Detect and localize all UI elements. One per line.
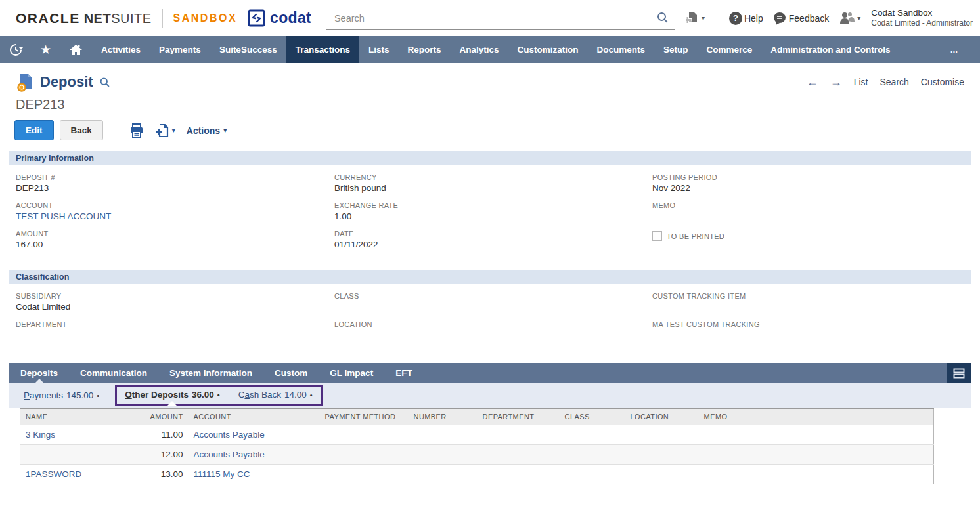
help-label: Help [744, 13, 763, 24]
recent-records-button[interactable] [0, 36, 32, 63]
tab-communication[interactable]: Communication [69, 363, 158, 383]
to-be-printed-checkbox[interactable] [652, 231, 662, 241]
record-tab-bar: Deposits Communication System Informatio… [9, 363, 971, 383]
field-value [652, 211, 964, 222]
column-header-location: LOCATION [625, 408, 699, 425]
codat-wordmark: codat [270, 9, 311, 27]
oracle-netsuite-logo: ORACLE NETSUITE [16, 11, 152, 26]
nav-item-analytics[interactable]: Analytics [450, 36, 508, 63]
cell-department [478, 425, 560, 445]
create-new-menu[interactable]: ▾ [684, 11, 705, 26]
feedback-button[interactable]: Feedback [772, 11, 829, 26]
back-button-top[interactable]: Back [60, 120, 103, 140]
cell-department [478, 445, 560, 465]
global-search-input[interactable] [326, 7, 675, 30]
actions-menu-top[interactable]: Actions ▾ [187, 125, 227, 136]
subtab-payments[interactable]: Payments 145.00 • [17, 390, 106, 400]
field-label: POSTING PERIOD [652, 173, 964, 181]
subtab-other-deposits[interactable]: Other Deposits 36.00 • [125, 390, 219, 400]
edit-button-top[interactable]: Edit [14, 120, 54, 140]
subtab-cash-back[interactable]: Cash Back 14.00 • [238, 390, 313, 400]
tab-gl-impact[interactable]: GL Impact [319, 363, 384, 383]
back-arrow-button[interactable]: ← [807, 75, 818, 89]
deposit-subtab-row: Payments 145.00 • Other Deposits 36.00 •… [9, 383, 971, 408]
tab-eft[interactable]: EFT [384, 363, 424, 383]
field-account: ACCOUNT TEST PUSH ACCOUNT [16, 201, 334, 223]
account-link[interactable]: TEST PUSH ACCOUNT [16, 211, 334, 222]
cell-account-link[interactable]: 111115 My CC [189, 465, 320, 484]
field-label: MEMO [652, 201, 964, 209]
header-divider [162, 9, 163, 28]
forward-arrow-button[interactable]: → [830, 75, 842, 89]
nav-item-administration[interactable]: Administration and Controls [761, 36, 899, 63]
subtab-label: sh Back [250, 390, 281, 400]
shortcuts-button[interactable]: ★ [32, 36, 60, 63]
field-posting-period: POSTING PERIOD Nov 2022 [652, 173, 964, 195]
tab-label: C [275, 368, 281, 378]
column-header-amount: AMOUNT [145, 408, 189, 425]
cell-name [20, 445, 145, 465]
nav-item-customization[interactable]: Customization [508, 36, 588, 63]
home-button[interactable] [60, 36, 92, 63]
bullet-icon: • [97, 392, 99, 400]
nav-item-lists[interactable]: Lists [359, 36, 399, 63]
annotation-highlight-box: Other Deposits 36.00 • Cash Back 14.00 • [115, 385, 322, 406]
title-row: Deposit ← → List Search Customise [0, 63, 980, 92]
cell-amount: 13.00 [145, 465, 189, 484]
list-link[interactable]: List [854, 77, 868, 87]
field-ma-test-custom-tracking: MA TEST CUSTOM TRACKING [652, 320, 964, 342]
tab-label: L Impact [337, 368, 373, 378]
tab-label: FT [401, 368, 412, 378]
search-icon[interactable] [656, 11, 669, 24]
record-search-icon[interactable] [99, 77, 110, 88]
account-info[interactable]: Codat Sandbox Codat Limited - Administra… [871, 8, 973, 29]
field-amount: AMOUNT 167.00 [16, 230, 334, 251]
cell-account-link[interactable]: Accounts Payable [189, 425, 320, 445]
cell-number [409, 425, 478, 445]
nav-item-suitesuccess[interactable]: SuiteSuccess [210, 36, 286, 63]
subtab-label: C [238, 390, 245, 400]
account-role: Codat Limited - Administrator [871, 18, 973, 28]
new-document-icon [154, 123, 170, 138]
customise-link[interactable]: Customise [921, 77, 964, 87]
deposit-record-icon [16, 72, 34, 92]
field-class: CLASS [334, 292, 652, 314]
create-new-icon [684, 11, 700, 26]
nav-item-transactions[interactable]: Transactions [286, 36, 359, 63]
nav-item-documents[interactable]: Documents [588, 36, 655, 63]
nav-item-more[interactable]: ... [941, 36, 967, 63]
tab-deposits[interactable]: Deposits [9, 363, 69, 383]
subtab-label: ther Deposits [132, 390, 189, 400]
cell-account-link[interactable]: Accounts Payable [189, 445, 320, 465]
column-header-department: DEPARTMENT [478, 408, 560, 425]
nav-item-commerce[interactable]: Commerce [698, 36, 762, 63]
subtab-accel: P [24, 390, 30, 400]
field-label: CURRENCY [334, 173, 652, 181]
nav-item-payments[interactable]: Payments [150, 36, 210, 63]
cell-name-link[interactable]: 1PASSWORD [20, 465, 145, 484]
tab-accel: G [330, 368, 337, 378]
field-label: LOCATION [334, 320, 652, 328]
cell-name-link[interactable]: 3 Kings [20, 425, 145, 445]
help-button[interactable]: ? Help [729, 12, 763, 25]
role-menu[interactable]: ▾ [838, 11, 860, 26]
field-value: DEP213 [16, 183, 334, 194]
record-id: DEP213 [0, 92, 980, 112]
nav-item-reports[interactable]: Reports [398, 36, 450, 63]
nav-item-setup[interactable]: Setup [654, 36, 698, 63]
subtab-accel: O [125, 390, 132, 400]
field-location: LOCATION [334, 320, 652, 342]
chevron-down-icon: ▾ [223, 127, 227, 134]
tab-custom[interactable]: Custom [263, 363, 319, 383]
field-label: EXCHANGE RATE [334, 201, 652, 209]
main-nav: ★ Activities Payments SuiteSuccess Trans… [0, 36, 980, 63]
tab-system-information[interactable]: System Information [158, 363, 263, 383]
chevron-down-icon: ▾ [857, 14, 860, 22]
save-as-new-menu[interactable]: ▾ [154, 123, 175, 138]
field-value [16, 330, 334, 341]
nav-item-activities[interactable]: Activities [92, 36, 150, 63]
search-link[interactable]: Search [880, 77, 909, 87]
expand-rows-button[interactable] [947, 363, 971, 383]
print-icon[interactable] [129, 123, 145, 138]
chevron-down-icon: ▾ [172, 127, 175, 134]
